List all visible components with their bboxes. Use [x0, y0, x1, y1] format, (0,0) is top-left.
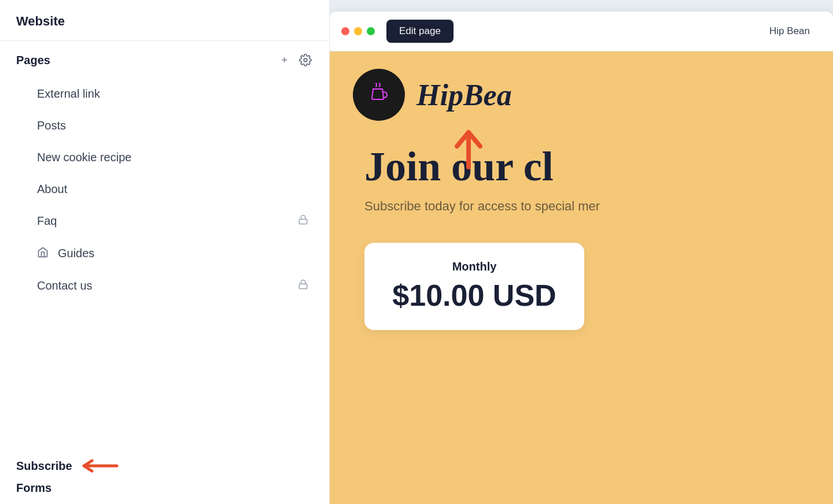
pricing-label: Monthly — [388, 260, 561, 273]
svg-point-3 — [364, 77, 394, 108]
nav-item-faq[interactable]: Faq — [16, 205, 313, 237]
pages-settings-button[interactable] — [298, 53, 313, 68]
nav-item-guides[interactable]: Guides — [16, 237, 313, 270]
sidebar-header: Website — [0, 0, 329, 41]
nav-item-guides-label: Guides — [58, 247, 94, 260]
nav-item-posts-label: Posts — [37, 119, 66, 132]
sidebar-content: Pages + External link — [0, 41, 329, 448]
add-page-button[interactable]: + — [280, 53, 289, 68]
subscribe-label: Subscribe — [16, 459, 72, 473]
pages-section-header: Pages + — [16, 53, 313, 68]
logo-icon — [364, 77, 394, 113]
svg-rect-1 — [299, 219, 307, 224]
logo-circle — [353, 69, 405, 121]
subscribe-row: Subscribe — [16, 457, 313, 475]
nav-item-about-label: About — [37, 183, 67, 196]
pricing-card: Monthly $10.00 USD — [364, 243, 584, 330]
website-header: HipBea — [330, 51, 833, 138]
browser-chrome: Edit page Hip Bean — [330, 12, 833, 504]
home-icon-guides — [37, 246, 49, 261]
browser-content: HipBea Join our cl Subscribe today for a… — [330, 51, 833, 504]
svg-point-0 — [304, 58, 307, 62]
browser-site-name: Hip Bean — [769, 25, 821, 37]
browser-dot-red[interactable] — [341, 27, 349, 35]
hero-title: Join our cl — [364, 144, 798, 190]
nav-item-contact-us[interactable]: Contact us — [16, 270, 313, 302]
sidebar: Website Pages + External link — [0, 0, 330, 504]
nav-item-about[interactable]: About — [16, 173, 313, 205]
browser-toolbar: Edit page Hip Bean — [330, 12, 833, 51]
svg-rect-2 — [299, 284, 307, 288]
hero-subtitle: Subscribe today for access to special me… — [364, 199, 798, 214]
browser-dot-yellow[interactable] — [354, 27, 362, 35]
arrow-left-indicator — [79, 457, 120, 475]
pages-section-actions: + — [280, 53, 313, 68]
brand-name: HipBea — [417, 78, 512, 112]
nav-item-contact-us-label: Contact us — [37, 279, 93, 292]
nav-item-external-link-label: External link — [37, 87, 100, 101]
pricing-amount: $10.00 USD — [388, 278, 561, 313]
lock-icon-faq — [298, 214, 308, 228]
browser-dot-green[interactable] — [367, 27, 375, 35]
preview-panel: Edit page Hip Bean — [330, 0, 833, 504]
nav-item-new-cookie-recipe[interactable]: New cookie recipe — [16, 142, 313, 173]
subscribe-section: Subscribe — [0, 448, 329, 481]
nav-item-external-link[interactable]: External link — [16, 78, 313, 110]
arrow-up-indicator — [451, 121, 486, 175]
edit-page-button[interactable]: Edit page — [386, 20, 454, 43]
hero-content: Join our cl Subscribe today for access t… — [330, 138, 833, 231]
pages-section-title: Pages — [16, 54, 50, 67]
forms-label: Forms — [0, 481, 329, 504]
nav-items: External link Posts New cookie recipe Ab… — [16, 78, 313, 302]
sidebar-title: Website — [16, 14, 65, 28]
nav-item-posts[interactable]: Posts — [16, 110, 313, 142]
lock-icon-contact — [298, 279, 308, 292]
browser-dots — [341, 27, 375, 35]
nav-item-faq-label: Faq — [37, 214, 57, 228]
nav-item-new-cookie-recipe-label: New cookie recipe — [37, 151, 131, 164]
